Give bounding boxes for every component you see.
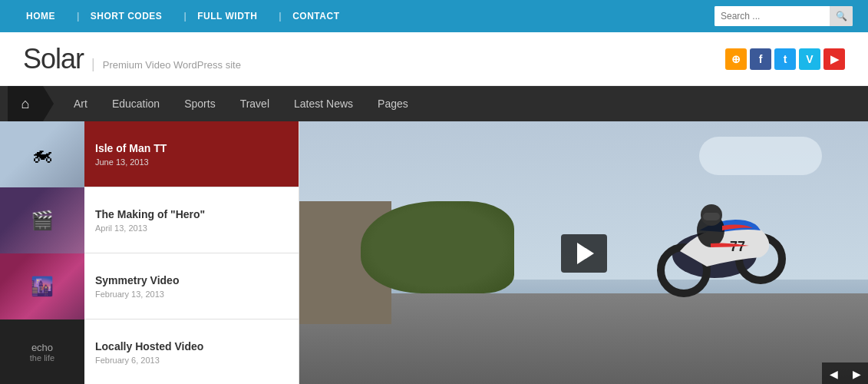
sidebar-item-symmetry[interactable]: Symmetry Video February 13, 2013 — [0, 253, 299, 319]
sidebar-title-symmetry: Symmetry Video — [95, 274, 288, 286]
search-bar: 🔍 — [715, 6, 853, 26]
sidebar-date-locally-hosted: February 6, 2013 — [95, 356, 288, 365]
thumb-locally-hosted: echo the life — [0, 319, 84, 385]
sidebar: Isle of Man TT June 13, 2013 The Making … — [0, 121, 299, 384]
sidebar-item-isle-of-man[interactable]: Isle of Man TT June 13, 2013 — [0, 121, 299, 187]
thumb-isle-of-man — [0, 121, 84, 187]
rss-icon[interactable]: ⊕ — [725, 48, 747, 70]
secondary-nav: ⌂ Art Education Sports Travel Latest New… — [0, 86, 868, 121]
video-next-button[interactable]: ▶ — [845, 362, 868, 384]
secnav-education[interactable]: Education — [100, 86, 172, 121]
play-button[interactable] — [561, 234, 607, 273]
sidebar-info-symmetry: Symmetry Video February 13, 2013 — [84, 274, 299, 299]
sidebar-info-isle-of-man: Isle of Man TT June 13, 2013 — [84, 142, 299, 167]
echo-sublabel: the life — [30, 353, 54, 362]
nav-contact[interactable]: CONTACT — [268, 11, 350, 22]
thumb-making-hero — [0, 187, 84, 253]
motorcycle-svg: 77 — [561, 121, 807, 316]
facebook-icon[interactable]: f — [750, 48, 771, 70]
search-input[interactable] — [715, 6, 830, 26]
nav-short-codes[interactable]: SHORT CODES — [66, 11, 173, 22]
sidebar-item-locally-hosted[interactable]: echo the life Locally Hosted Video Febru… — [0, 319, 299, 384]
echo-label: echo — [31, 342, 53, 353]
secnav-sports[interactable]: Sports — [172, 86, 227, 121]
video-prev-button[interactable]: ◀ — [822, 362, 845, 384]
sidebar-date-making-hero: April 13, 2013 — [95, 223, 288, 233]
play-triangle-icon — [577, 243, 594, 264]
thumb-symmetry — [0, 253, 84, 319]
brand-title: Solar — [23, 43, 84, 75]
nav-divider — [43, 86, 54, 121]
sidebar-item-making-hero[interactable]: The Making of "Hero" April 13, 2013 — [0, 187, 299, 253]
secnav-pages[interactable]: Pages — [365, 86, 421, 121]
top-nav: HOME SHORT CODES FULL WIDTH CONTACT — [15, 11, 350, 22]
twitter-icon[interactable]: t — [774, 48, 796, 70]
nav-full-width[interactable]: FULL WIDTH — [173, 11, 268, 22]
nav-home[interactable]: HOME — [15, 11, 66, 22]
sidebar-date-isle-of-man: June 13, 2013 — [95, 157, 288, 167]
sidebar-title-making-hero: The Making of "Hero" — [95, 208, 288, 220]
secnav-art[interactable]: Art — [61, 86, 100, 121]
sidebar-date-symmetry: February 13, 2013 — [95, 290, 288, 299]
top-bar: HOME SHORT CODES FULL WIDTH CONTACT 🔍 — [0, 0, 868, 32]
video-nav: ◀ ▶ — [822, 362, 868, 384]
home-icon-button[interactable]: ⌂ — [8, 86, 43, 121]
svg-rect-5 — [703, 213, 720, 220]
search-button[interactable]: 🔍 — [830, 6, 853, 26]
secnav-travel[interactable]: Travel — [228, 86, 282, 121]
sidebar-title-isle-of-man: Isle of Man TT — [95, 142, 288, 154]
brand: Solar | Premium Video WordPress site — [23, 43, 241, 75]
sidebar-info-making-hero: The Making of "Hero" April 13, 2013 — [84, 208, 299, 233]
secnav-latest-news[interactable]: Latest News — [282, 86, 365, 121]
brand-separator: | — [91, 56, 95, 72]
site-header: Solar | Premium Video WordPress site ⊕ f… — [0, 32, 868, 86]
sidebar-title-locally-hosted: Locally Hosted Video — [95, 340, 288, 353]
youtube-icon[interactable]: ▶ — [823, 48, 845, 70]
social-icons: ⊕ f t V ▶ — [725, 48, 845, 70]
bushes — [361, 201, 514, 293]
main-content: Isle of Man TT June 13, 2013 The Making … — [0, 121, 868, 384]
sidebar-info-locally-hosted: Locally Hosted Video February 6, 2013 — [84, 340, 299, 365]
brand-tagline: Premium Video WordPress site — [103, 59, 241, 71]
vimeo-icon[interactable]: V — [799, 48, 820, 70]
video-area[interactable]: 77 ◀ ▶ — [299, 121, 868, 384]
